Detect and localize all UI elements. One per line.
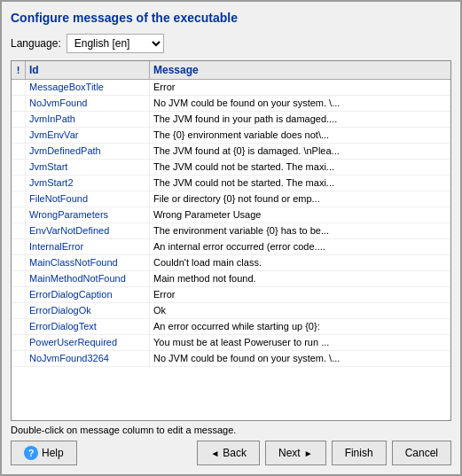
exclaim-cell xyxy=(12,351,26,366)
configure-window: Configure messages of the executable Lan… xyxy=(0,0,462,476)
exclaim-cell xyxy=(12,239,26,254)
table-row[interactable]: JvmStart The JVM could not be started. T… xyxy=(12,160,450,176)
exclaim-cell xyxy=(12,255,26,270)
language-label: Language: xyxy=(11,37,61,50)
language-row: Language: English [en] xyxy=(11,34,451,53)
language-select[interactable]: English [en] xyxy=(67,34,164,53)
exclaim-cell xyxy=(12,319,26,334)
back-button[interactable]: Back xyxy=(197,441,260,465)
message-cell[interactable]: An error occurred while starting up {0}: xyxy=(150,319,450,334)
exclaim-cell xyxy=(12,271,26,286)
message-cell[interactable]: Main method not found. xyxy=(150,271,450,286)
hint-text: Double-click on message column to edit a… xyxy=(11,425,451,435)
id-cell: JvmStart xyxy=(26,160,150,175)
id-cell: NoJvmFound xyxy=(26,96,150,111)
id-cell: NoJvmFound3264 xyxy=(26,351,150,366)
message-cell[interactable]: The JVM could not be started. The maxi..… xyxy=(150,176,450,191)
table-row[interactable]: MessageBoxTitle Error xyxy=(12,80,450,96)
id-header: Id xyxy=(26,61,150,79)
id-cell: InternalError xyxy=(26,239,150,254)
table-row[interactable]: JvmInPath The JVM found in your path is … xyxy=(12,112,450,128)
id-cell: PowerUserRequired xyxy=(26,335,150,350)
exclaim-cell xyxy=(12,112,26,127)
table-row[interactable]: JvmEnvVar The {0} environment variable d… xyxy=(12,128,450,144)
next-label: Next xyxy=(278,447,301,459)
exclaim-cell xyxy=(12,80,26,95)
table-row[interactable]: ErrorDialogCaption Error xyxy=(12,287,450,303)
table-header: ! Id Message xyxy=(12,61,450,80)
next-button[interactable]: Next xyxy=(265,441,326,465)
back-arrow-icon xyxy=(210,447,219,459)
message-cell[interactable]: No JVM could be found on your system. \.… xyxy=(150,96,450,111)
back-label: Back xyxy=(223,447,247,459)
message-cell[interactable]: The environment variable {0} has to be..… xyxy=(150,223,450,238)
messages-table: ! Id Message MessageBoxTitle Error NoJvm… xyxy=(11,60,451,421)
message-cell[interactable]: The JVM found in your path is damaged...… xyxy=(150,112,450,127)
message-cell[interactable]: Ok xyxy=(150,303,450,318)
help-label: Help xyxy=(42,447,64,459)
id-cell: ErrorDialogText xyxy=(26,319,150,334)
message-cell[interactable]: Error xyxy=(150,80,450,95)
exclaim-cell xyxy=(12,287,26,302)
message-cell[interactable]: No JVM could be found on your system. \.… xyxy=(150,351,450,366)
message-cell[interactable]: An internal error occurred (error code..… xyxy=(150,239,450,254)
table-row[interactable]: MainClassNotFound Couldn't load main cla… xyxy=(12,255,450,271)
message-cell[interactable]: The JVM found at {0} is damaged. \nPlea.… xyxy=(150,144,450,159)
button-row: ? Help Back Next Finish Cancel xyxy=(11,441,451,465)
exclaim-cell xyxy=(12,96,26,111)
exclaim-cell xyxy=(12,303,26,318)
exclaim-cell xyxy=(12,144,26,159)
table-scroll[interactable]: MessageBoxTitle Error NoJvmFound No JVM … xyxy=(12,80,450,420)
table-row[interactable]: EnvVarNotDefined The environment variabl… xyxy=(12,223,450,239)
table-row[interactable]: ErrorDialogOk Ok xyxy=(12,303,450,319)
id-cell: JvmDefinedPath xyxy=(26,144,150,159)
message-cell[interactable]: Couldn't load main class. xyxy=(150,255,450,270)
message-cell[interactable]: The {0} environment variable does not\..… xyxy=(150,128,450,143)
help-button[interactable]: ? Help xyxy=(11,441,77,465)
finish-label: Finish xyxy=(345,447,373,459)
table-row[interactable]: FileNotFound File or directory {0} not f… xyxy=(12,191,450,207)
next-arrow-icon xyxy=(304,447,313,459)
help-icon: ? xyxy=(24,446,38,460)
id-cell: JvmInPath xyxy=(26,112,150,127)
finish-button[interactable]: Finish xyxy=(332,441,387,465)
id-cell: ErrorDialogOk xyxy=(26,303,150,318)
table-row[interactable]: NoJvmFound No JVM could be found on your… xyxy=(12,96,450,112)
id-cell: ErrorDialogCaption xyxy=(26,287,150,302)
message-cell[interactable]: The JVM could not be started. The maxi..… xyxy=(150,160,450,175)
id-cell: FileNotFound xyxy=(26,191,150,207)
page-title: Configure messages of the executable xyxy=(11,11,451,25)
message-cell[interactable]: File or directory {0} not found or emp..… xyxy=(150,191,450,207)
id-cell: MainMethodNotFound xyxy=(26,271,150,286)
id-cell: EnvVarNotDefined xyxy=(26,223,150,238)
table-row[interactable]: WrongParameters Wrong Parameter Usage xyxy=(12,207,450,223)
id-cell: JvmStart2 xyxy=(26,176,150,191)
exclaim-cell xyxy=(12,128,26,143)
exclaim-cell xyxy=(12,335,26,350)
id-cell: MessageBoxTitle xyxy=(26,80,150,95)
table-row[interactable]: NoJvmFound3264 No JVM could be found on … xyxy=(12,351,450,367)
table-row[interactable]: PowerUserRequired You must be at least P… xyxy=(12,335,450,351)
message-cell[interactable]: Error xyxy=(150,287,450,302)
table-row[interactable]: InternalError An internal error occurred… xyxy=(12,239,450,255)
exclaim-cell xyxy=(12,160,26,175)
exclaim-cell xyxy=(12,207,26,222)
id-cell: MainClassNotFound xyxy=(26,255,150,270)
exclaim-cell xyxy=(12,191,26,207)
table-row[interactable]: MainMethodNotFound Main method not found… xyxy=(12,271,450,287)
message-header: Message xyxy=(150,61,450,79)
exclaim-cell xyxy=(12,176,26,191)
message-cell[interactable]: Wrong Parameter Usage xyxy=(150,207,450,222)
table-row[interactable]: JvmDefinedPath The JVM found at {0} is d… xyxy=(12,144,450,160)
exclaim-header: ! xyxy=(12,61,26,79)
cancel-button[interactable]: Cancel xyxy=(392,441,451,465)
id-cell: JvmEnvVar xyxy=(26,128,150,143)
cancel-label: Cancel xyxy=(405,447,438,459)
message-cell[interactable]: You must be at least Poweruser to run ..… xyxy=(150,335,450,350)
id-cell: WrongParameters xyxy=(26,207,150,222)
exclaim-cell xyxy=(12,223,26,238)
table-row[interactable]: JvmStart2 The JVM could not be started. … xyxy=(12,176,450,191)
nav-buttons: Back Next Finish Cancel xyxy=(197,441,451,465)
table-row[interactable]: ErrorDialogText An error occurred while … xyxy=(12,319,450,335)
